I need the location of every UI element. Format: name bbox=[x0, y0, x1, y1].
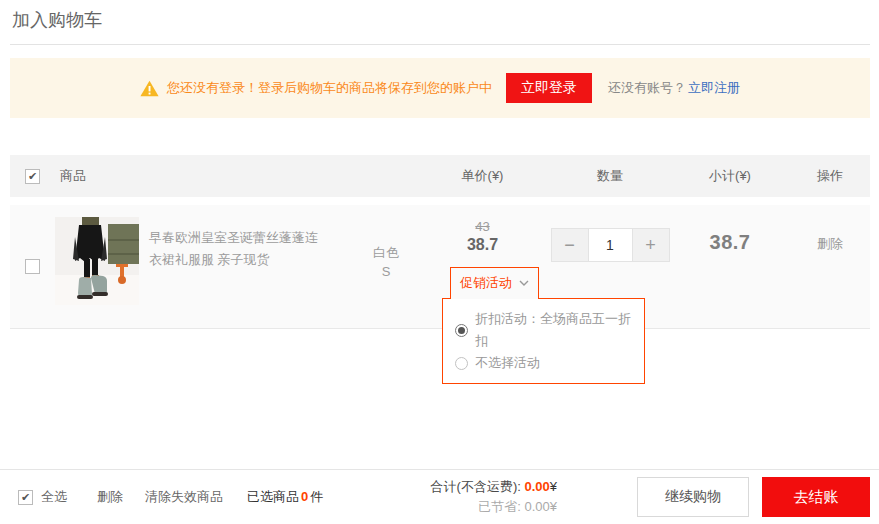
item-subtotal: 38.7 bbox=[670, 205, 790, 328]
select-all-label: 全选 bbox=[41, 488, 67, 506]
quantity-stepper: − + bbox=[551, 228, 670, 262]
promotion-panel: 折扣活动：全场商品五一折扣 不选择活动 bbox=[442, 298, 645, 384]
login-now-button[interactable]: 立即登录 bbox=[506, 73, 592, 103]
checkout-button[interactable]: 去结账 bbox=[762, 477, 870, 517]
total-line: 合计(不含运费): 0.00¥ bbox=[431, 477, 557, 497]
product-variant: 白色 S bbox=[373, 217, 399, 328]
total-value: 0.00 bbox=[524, 479, 549, 494]
header-action: 操作 bbox=[790, 167, 870, 185]
warning-icon bbox=[140, 80, 159, 97]
product-size: S bbox=[373, 262, 399, 281]
radio-selected-icon[interactable] bbox=[455, 324, 468, 337]
original-price: 43 bbox=[415, 219, 550, 234]
select-all-header-checkbox[interactable]: ✔ bbox=[25, 169, 40, 184]
delete-item-link[interactable]: 删除 bbox=[817, 236, 843, 251]
login-warning-message: 您还没有登录！登录后购物车的商品将保存到您的账户中 bbox=[167, 79, 492, 97]
radio-unselected-icon[interactable] bbox=[455, 357, 468, 370]
page-title: 加入购物车 bbox=[12, 8, 102, 32]
current-price: 38.7 bbox=[415, 236, 550, 254]
check-icon: ✔ bbox=[28, 170, 37, 183]
header-product: 商品 bbox=[55, 167, 415, 185]
no-account-text: 还没有账号？ bbox=[608, 79, 686, 97]
promotion-tab[interactable]: 促销活动 bbox=[450, 267, 539, 299]
promotion-label: 促销活动 bbox=[460, 274, 512, 292]
promotion-option-label: 不选择活动 bbox=[475, 352, 540, 374]
quantity-decrease-button[interactable]: − bbox=[551, 228, 589, 262]
quantity-input[interactable] bbox=[588, 228, 633, 262]
product-image[interactable] bbox=[55, 217, 139, 305]
selected-count-text: 已选商品0件 bbox=[247, 488, 323, 506]
item-checkbox[interactable] bbox=[25, 259, 40, 274]
saved-line: 已节省: 0.00¥ bbox=[431, 497, 557, 517]
select-all-control[interactable]: ✔ 全选 bbox=[18, 488, 67, 506]
select-all-checkbox[interactable]: ✔ bbox=[18, 490, 33, 505]
saved-value: 0.00¥ bbox=[524, 499, 557, 514]
continue-shopping-button[interactable]: 继续购物 bbox=[637, 477, 749, 517]
footer-delete-link[interactable]: 删除 bbox=[97, 488, 123, 506]
clear-invalid-link[interactable]: 清除失效商品 bbox=[145, 488, 223, 506]
totals-block: 合计(不含运费): 0.00¥ 已节省: 0.00¥ bbox=[431, 477, 557, 517]
selected-count: 0 bbox=[299, 489, 310, 504]
currency-symbol: ¥ bbox=[550, 479, 557, 494]
login-warning-banner: 您还没有登录！登录后购物车的商品将保存到您的账户中 立即登录 还没有账号？ 立即… bbox=[10, 58, 870, 118]
promotion-option-label: 折扣活动：全场商品五一折扣 bbox=[475, 308, 632, 352]
cart-table: ✔ 商品 单价(¥) 数量 小计(¥) 操作 bbox=[10, 155, 870, 329]
divider bbox=[10, 44, 870, 45]
promotion-option-none[interactable]: 不选择活动 bbox=[455, 352, 632, 374]
header-subtotal: 小计(¥) bbox=[670, 167, 790, 185]
promotion-dropdown: 促销活动 折扣活动：全场商品五一折扣 不选择活动 bbox=[442, 267, 645, 384]
check-icon: ✔ bbox=[21, 491, 30, 504]
product-color: 白色 bbox=[373, 243, 399, 262]
header-unit-price: 单价(¥) bbox=[415, 167, 550, 185]
table-header-row: ✔ 商品 单价(¥) 数量 小计(¥) 操作 bbox=[10, 155, 870, 197]
chevron-down-icon bbox=[519, 280, 529, 286]
cart-item-row: 早春欧洲皇室圣诞蕾丝蓬蓬连衣裙礼服服 亲子现货 白色 S 43 38.7 − +… bbox=[10, 205, 870, 329]
product-name[interactable]: 早春欧洲皇室圣诞蕾丝蓬蓬连衣裙礼服服 亲子现货 bbox=[149, 217, 327, 328]
cart-page: 加入购物车 您还没有登录！登录后购物车的商品将保存到您的账户中 立即登录 还没有… bbox=[0, 0, 879, 524]
quantity-increase-button[interactable]: + bbox=[632, 228, 670, 262]
register-link[interactable]: 立即注册 bbox=[688, 79, 740, 97]
footer-bar: ✔ 全选 删除 清除失效商品 已选商品0件 合计(不含运费): 0.00¥ 已节… bbox=[0, 469, 879, 524]
header-quantity: 数量 bbox=[550, 167, 670, 185]
promotion-option-discount[interactable]: 折扣活动：全场商品五一折扣 bbox=[455, 308, 632, 352]
